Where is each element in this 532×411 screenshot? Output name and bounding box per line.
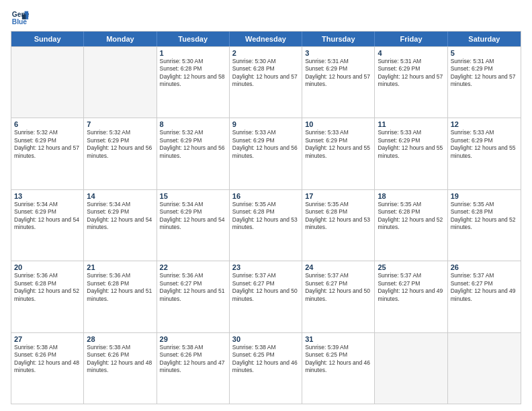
cell-info: Sunrise: 5:30 AMSunset: 6:28 PMDaylight:… bbox=[160, 58, 226, 89]
calendar-cell: 7Sunrise: 5:32 AMSunset: 6:29 PMDaylight… bbox=[84, 118, 157, 189]
calendar-cell: 11Sunrise: 5:33 AMSunset: 6:29 PMDayligh… bbox=[375, 118, 447, 189]
day-number: 12 bbox=[451, 120, 518, 128]
svg-text:Blue: Blue bbox=[12, 18, 28, 26]
day-number: 29 bbox=[160, 335, 226, 343]
cell-info: Sunrise: 5:38 AMSunset: 6:25 PMDaylight:… bbox=[232, 344, 299, 375]
cell-info: Sunrise: 5:36 AMSunset: 6:28 PMDaylight:… bbox=[14, 272, 81, 303]
day-number: 16 bbox=[232, 192, 299, 200]
cell-info: Sunrise: 5:38 AMSunset: 6:26 PMDaylight:… bbox=[160, 344, 226, 375]
day-number: 25 bbox=[378, 263, 444, 271]
calendar-cell: 21Sunrise: 5:36 AMSunset: 6:28 PMDayligh… bbox=[84, 261, 157, 332]
calendar-cell: 20Sunrise: 5:36 AMSunset: 6:28 PMDayligh… bbox=[11, 261, 84, 332]
calendar-cell: 27Sunrise: 5:38 AMSunset: 6:26 PMDayligh… bbox=[11, 333, 84, 404]
header-day-thursday: Thursday bbox=[302, 32, 375, 46]
calendar-cell bbox=[11, 47, 84, 118]
calendar-cell: 14Sunrise: 5:34 AMSunset: 6:29 PMDayligh… bbox=[84, 190, 157, 261]
cell-info: Sunrise: 5:35 AMSunset: 6:28 PMDaylight:… bbox=[305, 201, 371, 232]
calendar-cell: 2Sunrise: 5:30 AMSunset: 6:28 PMDaylight… bbox=[230, 47, 302, 118]
day-number: 22 bbox=[160, 263, 226, 271]
calendar-cell: 4Sunrise: 5:31 AMSunset: 6:29 PMDaylight… bbox=[375, 47, 447, 118]
calendar-cell: 30Sunrise: 5:38 AMSunset: 6:25 PMDayligh… bbox=[230, 333, 302, 404]
cell-info: Sunrise: 5:35 AMSunset: 6:28 PMDaylight:… bbox=[451, 201, 518, 232]
calendar-row-2: 13Sunrise: 5:34 AMSunset: 6:29 PMDayligh… bbox=[11, 189, 521, 261]
calendar-cell bbox=[84, 47, 157, 118]
cell-info: Sunrise: 5:31 AMSunset: 6:29 PMDaylight:… bbox=[451, 58, 518, 89]
cell-info: Sunrise: 5:36 AMSunset: 6:28 PMDaylight:… bbox=[87, 272, 153, 303]
day-number: 9 bbox=[232, 120, 299, 128]
cell-info: Sunrise: 5:34 AMSunset: 6:29 PMDaylight:… bbox=[160, 201, 226, 232]
cell-info: Sunrise: 5:30 AMSunset: 6:28 PMDaylight:… bbox=[232, 58, 299, 89]
calendar-cell: 1Sunrise: 5:30 AMSunset: 6:28 PMDaylight… bbox=[157, 47, 230, 118]
svg-marker-3 bbox=[22, 14, 26, 19]
calendar-cell: 26Sunrise: 5:37 AMSunset: 6:27 PMDayligh… bbox=[448, 261, 521, 332]
cell-info: Sunrise: 5:38 AMSunset: 6:26 PMDaylight:… bbox=[14, 344, 81, 375]
header-day-tuesday: Tuesday bbox=[157, 32, 230, 46]
day-number: 23 bbox=[232, 263, 299, 271]
day-number: 21 bbox=[87, 263, 153, 271]
day-number: 27 bbox=[14, 335, 81, 343]
calendar-cell: 5Sunrise: 5:31 AMSunset: 6:29 PMDaylight… bbox=[448, 47, 521, 118]
calendar-cell: 10Sunrise: 5:33 AMSunset: 6:29 PMDayligh… bbox=[302, 118, 375, 189]
day-number: 19 bbox=[451, 192, 518, 200]
calendar-cell: 16Sunrise: 5:35 AMSunset: 6:28 PMDayligh… bbox=[230, 190, 302, 261]
calendar-cell: 28Sunrise: 5:38 AMSunset: 6:26 PMDayligh… bbox=[84, 333, 157, 404]
header-day-sunday: Sunday bbox=[11, 32, 84, 46]
day-number: 24 bbox=[305, 263, 371, 271]
calendar-row-3: 20Sunrise: 5:36 AMSunset: 6:28 PMDayligh… bbox=[11, 261, 521, 332]
cell-info: Sunrise: 5:31 AMSunset: 6:29 PMDaylight:… bbox=[305, 58, 371, 89]
cell-info: Sunrise: 5:37 AMSunset: 6:27 PMDaylight:… bbox=[232, 272, 299, 303]
cell-info: Sunrise: 5:33 AMSunset: 6:29 PMDaylight:… bbox=[305, 129, 371, 160]
calendar-cell: 18Sunrise: 5:35 AMSunset: 6:28 PMDayligh… bbox=[375, 190, 447, 261]
day-number: 5 bbox=[451, 49, 518, 57]
cell-info: Sunrise: 5:37 AMSunset: 6:27 PMDaylight:… bbox=[305, 272, 371, 303]
day-number: 17 bbox=[305, 192, 371, 200]
calendar-cell: 23Sunrise: 5:37 AMSunset: 6:27 PMDayligh… bbox=[230, 261, 302, 332]
logo-icon: General Blue bbox=[11, 8, 30, 27]
calendar: SundayMondayTuesdayWednesdayThursdayFrid… bbox=[11, 31, 521, 404]
day-number: 3 bbox=[305, 49, 371, 57]
cell-info: Sunrise: 5:38 AMSunset: 6:26 PMDaylight:… bbox=[87, 344, 153, 375]
header: General Blue bbox=[11, 8, 521, 27]
day-number: 28 bbox=[87, 335, 153, 343]
calendar-cell: 3Sunrise: 5:31 AMSunset: 6:29 PMDaylight… bbox=[302, 47, 375, 118]
calendar-cell: 17Sunrise: 5:35 AMSunset: 6:28 PMDayligh… bbox=[302, 190, 375, 261]
cell-info: Sunrise: 5:32 AMSunset: 6:29 PMDaylight:… bbox=[14, 129, 81, 160]
day-number: 7 bbox=[87, 120, 153, 128]
day-number: 26 bbox=[451, 263, 518, 271]
cell-info: Sunrise: 5:35 AMSunset: 6:28 PMDaylight:… bbox=[378, 201, 444, 232]
calendar-cell: 15Sunrise: 5:34 AMSunset: 6:29 PMDayligh… bbox=[157, 190, 230, 261]
day-number: 8 bbox=[160, 120, 226, 128]
cell-info: Sunrise: 5:32 AMSunset: 6:29 PMDaylight:… bbox=[87, 129, 153, 160]
cell-info: Sunrise: 5:33 AMSunset: 6:29 PMDaylight:… bbox=[451, 129, 518, 160]
day-number: 2 bbox=[232, 49, 299, 57]
cell-info: Sunrise: 5:32 AMSunset: 6:29 PMDaylight:… bbox=[160, 129, 226, 160]
calendar-cell: 9Sunrise: 5:33 AMSunset: 6:29 PMDaylight… bbox=[230, 118, 302, 189]
cell-info: Sunrise: 5:37 AMSunset: 6:27 PMDaylight:… bbox=[378, 272, 444, 303]
calendar-cell: 25Sunrise: 5:37 AMSunset: 6:27 PMDayligh… bbox=[375, 261, 447, 332]
day-number: 13 bbox=[14, 192, 81, 200]
calendar-row-4: 27Sunrise: 5:38 AMSunset: 6:26 PMDayligh… bbox=[11, 332, 521, 404]
calendar-row-0: 1Sunrise: 5:30 AMSunset: 6:28 PMDaylight… bbox=[11, 46, 521, 118]
calendar-cell bbox=[448, 333, 521, 404]
cell-info: Sunrise: 5:33 AMSunset: 6:29 PMDaylight:… bbox=[232, 129, 299, 160]
cell-info: Sunrise: 5:35 AMSunset: 6:28 PMDaylight:… bbox=[232, 201, 299, 232]
day-number: 4 bbox=[378, 49, 444, 57]
calendar-cell: 8Sunrise: 5:32 AMSunset: 6:29 PMDaylight… bbox=[157, 118, 230, 189]
logo: General Blue bbox=[11, 8, 32, 27]
cell-info: Sunrise: 5:36 AMSunset: 6:27 PMDaylight:… bbox=[160, 272, 226, 303]
cell-info: Sunrise: 5:39 AMSunset: 6:25 PMDaylight:… bbox=[305, 344, 371, 375]
header-day-monday: Monday bbox=[84, 32, 157, 46]
calendar-cell: 22Sunrise: 5:36 AMSunset: 6:27 PMDayligh… bbox=[157, 261, 230, 332]
calendar-body: 1Sunrise: 5:30 AMSunset: 6:28 PMDaylight… bbox=[11, 46, 521, 404]
page: General Blue SundayMondayTuesdayWednesda… bbox=[0, 0, 532, 411]
calendar-cell: 12Sunrise: 5:33 AMSunset: 6:29 PMDayligh… bbox=[448, 118, 521, 189]
header-day-wednesday: Wednesday bbox=[230, 32, 302, 46]
header-day-saturday: Saturday bbox=[448, 32, 521, 46]
cell-info: Sunrise: 5:33 AMSunset: 6:29 PMDaylight:… bbox=[378, 129, 444, 160]
calendar-cell: 29Sunrise: 5:38 AMSunset: 6:26 PMDayligh… bbox=[157, 333, 230, 404]
day-number: 11 bbox=[378, 120, 444, 128]
calendar-cell: 19Sunrise: 5:35 AMSunset: 6:28 PMDayligh… bbox=[448, 190, 521, 261]
day-number: 6 bbox=[14, 120, 81, 128]
day-number: 31 bbox=[305, 335, 371, 343]
calendar-cell: 6Sunrise: 5:32 AMSunset: 6:29 PMDaylight… bbox=[11, 118, 84, 189]
